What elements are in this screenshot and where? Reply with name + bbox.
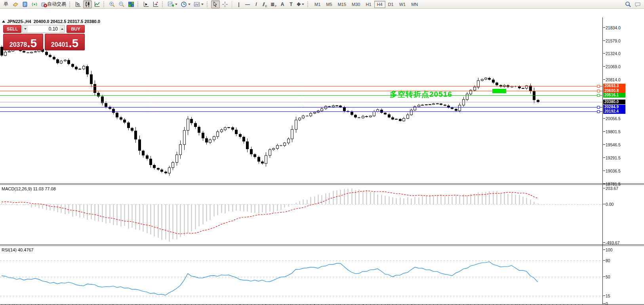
dropdown-caret-icon xyxy=(188,4,191,5)
volume-input[interactable] xyxy=(28,25,59,33)
axis-tick-label: 21579.0 xyxy=(606,38,621,43)
macd-canvas[interactable] xyxy=(0,185,602,245)
ohlc-values: 20400.0 20412.5 20317.5 20380.0 xyxy=(34,19,100,24)
crosshair-icon xyxy=(222,1,228,8)
buy-price-tile[interactable]: 20401 .5 xyxy=(45,34,85,50)
fibonacci-tool[interactable]: ≣F xyxy=(269,0,278,8)
text-tool-icon: A xyxy=(281,2,284,7)
cursor-tool[interactable] xyxy=(211,0,220,8)
timeframe-h4[interactable]: H4 xyxy=(374,1,385,8)
line-price-label: 20693.3 xyxy=(603,84,625,88)
order-book-icon xyxy=(12,1,19,8)
current-price-label: 20380.0 xyxy=(603,100,625,104)
fibonacci-tool-subscript: F xyxy=(275,4,277,8)
vertical-line-tool-icon: | xyxy=(238,2,239,7)
rsi-label: RSI(14) 40.4767 xyxy=(2,247,34,252)
chart-shift-button[interactable] xyxy=(142,0,151,8)
spin-down-icon xyxy=(24,28,27,30)
volume-increase-button[interactable] xyxy=(59,25,65,33)
timeframe-d1[interactable]: D1 xyxy=(385,1,396,8)
tile-windows-button[interactable] xyxy=(127,0,135,8)
rsi-canvas[interactable] xyxy=(0,246,602,304)
pane-separator[interactable] xyxy=(0,244,644,246)
zoom-out-icon xyxy=(118,1,125,8)
equidistant-channel-tool-subscript: E xyxy=(265,4,267,8)
broadcast-icon xyxy=(31,1,38,8)
buy-button[interactable]: BUY xyxy=(67,25,85,33)
chart-area: JPN225-,H4 20400.0 20412.5 20317.5 20380… xyxy=(0,9,644,305)
trendline-tool[interactable]: / xyxy=(252,0,261,8)
axis-tick-label: 20814.0 xyxy=(606,77,621,82)
fibonacci-tool-icon: ≣ xyxy=(271,2,274,7)
market-watch-icon xyxy=(22,1,28,8)
toolbar-grip xyxy=(162,2,164,7)
macd-label: MACD(12,26,9) 11.03 77.08 xyxy=(2,186,56,191)
vertical-line-tool[interactable]: | xyxy=(234,0,243,8)
axis-tick-label: 100 xyxy=(606,247,613,252)
timeframe-group: M1M5M15M30H1H4D1W1MN xyxy=(312,1,421,8)
price-chart-canvas[interactable] xyxy=(0,17,602,184)
search-icon xyxy=(625,1,631,8)
axis-tick-label: 203.67 xyxy=(606,186,618,191)
line-price-label: 20516.1 xyxy=(603,93,625,98)
candlestick-mode-button[interactable] xyxy=(83,0,92,8)
chart-annotation-text: 多空转折点20516 xyxy=(390,89,452,100)
text-label-tool[interactable]: T xyxy=(287,0,295,8)
mt4-window: 单 自动交易 xyxy=(0,0,644,305)
buy-price-fraction: .5 xyxy=(69,38,78,49)
timeframe-m5[interactable]: M5 xyxy=(323,1,335,8)
axis-tick-label: 20056.5 xyxy=(606,116,621,121)
toolbar-grip xyxy=(103,2,106,7)
axis-tick-label: 0 xyxy=(606,301,608,305)
zoom-out-button[interactable] xyxy=(117,0,126,8)
axis-tick-label: 19036.5 xyxy=(606,169,621,173)
timeframe-w1[interactable]: W1 xyxy=(396,1,409,8)
autotrading-button[interactable]: 自动交易 xyxy=(40,0,67,8)
line-price-label: 20192.4 xyxy=(603,109,625,114)
timeframe-m15[interactable]: M15 xyxy=(335,1,349,8)
axis-tick-label: -493.67 xyxy=(606,240,620,245)
chat-button[interactable] xyxy=(633,0,642,8)
sell-price-fraction: .5 xyxy=(27,38,37,49)
one-click-trade-panel: SELL BUY 20378 .5 20401 .5 xyxy=(3,25,85,51)
signals-button[interactable] xyxy=(30,0,39,8)
axis-tick-label: 50 xyxy=(606,274,610,279)
zoom-in-button[interactable] xyxy=(108,0,116,8)
toolbar-grip xyxy=(207,2,209,7)
line-chart-mode-button[interactable] xyxy=(93,0,101,8)
sell-price-tile[interactable]: 20378 .5 xyxy=(3,34,43,50)
axis-tick-label: 21324.0 xyxy=(606,51,621,56)
search-button[interactable] xyxy=(624,0,633,8)
periods-dropdown[interactable] xyxy=(179,0,192,8)
auto-scroll-icon xyxy=(152,1,159,8)
new-order-book-button[interactable] xyxy=(11,0,20,8)
arrows-tool[interactable]: ✥ xyxy=(295,0,305,8)
horizontal-line-tool[interactable]: — xyxy=(243,0,252,8)
axis-tick-label: 19546.5 xyxy=(606,142,621,147)
bar-chart-icon xyxy=(75,1,81,8)
autotrading-icon xyxy=(41,1,47,8)
crosshair-tool[interactable] xyxy=(221,0,229,8)
sell-button[interactable]: SELL xyxy=(3,25,21,33)
volume-decrease-button[interactable] xyxy=(23,25,28,33)
chart-symbol-header: JPN225-,H4 20400.0 20412.5 20317.5 20380… xyxy=(7,19,100,24)
timeframe-m30[interactable]: M30 xyxy=(349,1,363,8)
bar-chart-mode-button[interactable] xyxy=(74,0,82,8)
templates-dropdown[interactable] xyxy=(192,0,205,8)
new-chart-dropdown[interactable] xyxy=(166,0,179,8)
volume-control xyxy=(22,25,65,33)
timeframe-mn[interactable]: MN xyxy=(408,1,421,8)
market-watch-button[interactable] xyxy=(21,0,29,8)
text-tool[interactable]: A xyxy=(278,0,287,8)
equidistant-channel-tool[interactable]: ⫽E xyxy=(261,0,269,8)
pane-separator[interactable] xyxy=(0,183,644,185)
timeframe-h1[interactable]: H1 xyxy=(363,1,374,8)
axis-tick-label: 21069.0 xyxy=(606,64,621,69)
auto-scroll-button[interactable] xyxy=(151,0,160,8)
timeframe-m1[interactable]: M1 xyxy=(312,1,323,8)
collapse-arrow-icon[interactable] xyxy=(2,20,5,23)
arrows-tool-icon: ✥ xyxy=(297,2,301,7)
trendline-tool-icon: / xyxy=(255,2,257,7)
new-order-button[interactable]: 单 xyxy=(2,0,10,8)
sell-button-label: SELL xyxy=(7,27,18,31)
